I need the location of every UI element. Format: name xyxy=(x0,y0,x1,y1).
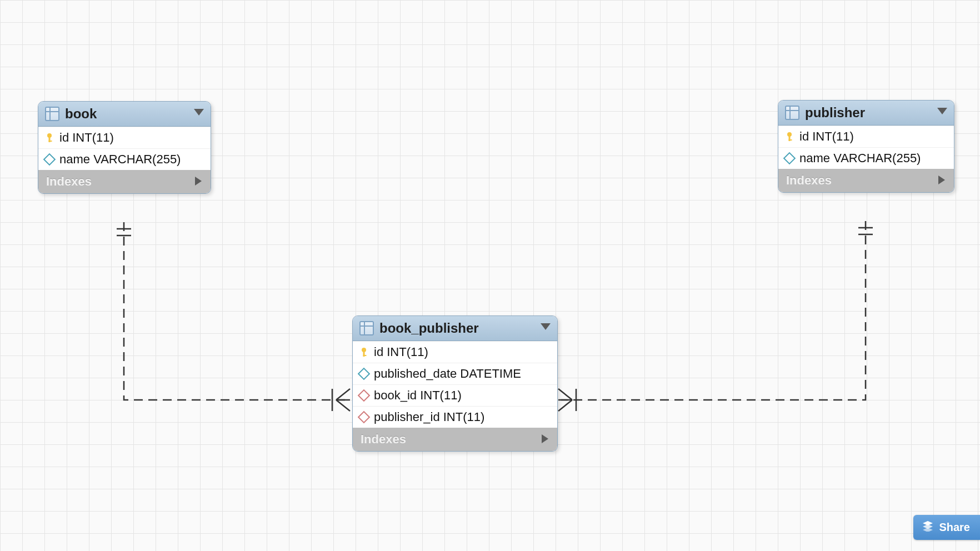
column-label: published_date DATETIME xyxy=(374,367,521,381)
table-header[interactable]: book_publisher xyxy=(353,316,557,341)
column-label: id INT(11) xyxy=(799,129,854,144)
table-book[interactable]: book id INT(11) name VARCHAR(255) Indexe… xyxy=(38,101,211,194)
relationship-lines xyxy=(0,0,980,551)
column-label: book_id INT(11) xyxy=(374,388,462,403)
chevron-right-icon xyxy=(938,173,946,188)
column-row[interactable]: id INT(11) xyxy=(778,126,954,147)
svg-rect-15 xyxy=(49,141,52,142)
foreign-key-icon xyxy=(359,413,368,422)
table-icon xyxy=(359,321,374,335)
column-row[interactable]: id INT(11) xyxy=(353,341,557,363)
table-title: publisher xyxy=(805,105,932,121)
svg-marker-29 xyxy=(923,528,933,532)
svg-line-2 xyxy=(336,389,350,400)
table-icon xyxy=(785,106,799,120)
primary-key-icon xyxy=(45,133,54,142)
column-label: name VARCHAR(255) xyxy=(799,151,921,166)
column-row[interactable]: name VARCHAR(255) xyxy=(778,147,954,169)
table-header[interactable]: book xyxy=(38,102,211,127)
column-icon xyxy=(45,155,54,164)
indexes-section[interactable]: Indexes xyxy=(353,428,557,451)
indexes-label: Indexes xyxy=(46,174,92,189)
column-label: id INT(11) xyxy=(374,345,428,359)
column-icon xyxy=(785,154,794,163)
primary-key-icon xyxy=(359,348,368,357)
chevron-right-icon xyxy=(542,432,549,447)
foreign-key-icon xyxy=(359,391,368,400)
share-label: Share xyxy=(939,521,970,534)
svg-marker-12 xyxy=(194,109,204,116)
svg-line-9 xyxy=(558,400,572,411)
svg-marker-16 xyxy=(195,177,202,186)
column-row[interactable]: published_date DATETIME xyxy=(353,363,557,384)
primary-key-icon xyxy=(785,132,794,141)
svg-point-13 xyxy=(47,133,52,138)
diagram-canvas[interactable]: book id INT(11) name VARCHAR(255) Indexe… xyxy=(0,0,980,551)
svg-line-3 xyxy=(336,400,350,411)
layers-icon xyxy=(922,520,933,534)
column-row[interactable]: id INT(11) xyxy=(38,127,211,148)
column-label: name VARCHAR(255) xyxy=(59,152,181,167)
column-row[interactable]: publisher_id INT(11) xyxy=(353,406,557,428)
svg-rect-20 xyxy=(789,139,792,141)
indexes-label: Indexes xyxy=(361,432,406,447)
svg-marker-17 xyxy=(937,108,947,114)
svg-rect-25 xyxy=(363,355,367,356)
column-label: publisher_id INT(11) xyxy=(374,410,484,424)
svg-line-8 xyxy=(558,389,572,400)
table-title: book_publisher xyxy=(379,320,535,336)
chevron-right-icon xyxy=(195,174,203,189)
share-button[interactable]: Share xyxy=(913,515,980,540)
table-title: book xyxy=(65,106,188,122)
chevron-down-icon[interactable] xyxy=(937,108,947,118)
svg-point-23 xyxy=(362,348,366,352)
svg-marker-26 xyxy=(542,434,548,443)
indexes-section[interactable]: Indexes xyxy=(778,169,954,192)
indexes-section[interactable]: Indexes xyxy=(38,170,211,193)
chevron-down-icon[interactable] xyxy=(194,109,204,119)
svg-marker-22 xyxy=(541,323,551,330)
svg-marker-21 xyxy=(938,176,945,184)
table-publisher[interactable]: publisher id INT(11) name VARCHAR(255) I… xyxy=(778,100,954,193)
column-row[interactable]: book_id INT(11) xyxy=(353,384,557,406)
indexes-label: Indexes xyxy=(786,173,832,188)
table-icon xyxy=(45,107,59,121)
column-label: id INT(11) xyxy=(59,131,114,145)
table-book-publisher[interactable]: book_publisher id INT(11) published_date… xyxy=(352,315,558,452)
chevron-down-icon[interactable] xyxy=(541,323,551,333)
svg-point-18 xyxy=(787,132,792,137)
table-header[interactable]: publisher xyxy=(778,101,954,126)
column-icon xyxy=(359,369,368,378)
column-row[interactable]: name VARCHAR(255) xyxy=(38,148,211,170)
